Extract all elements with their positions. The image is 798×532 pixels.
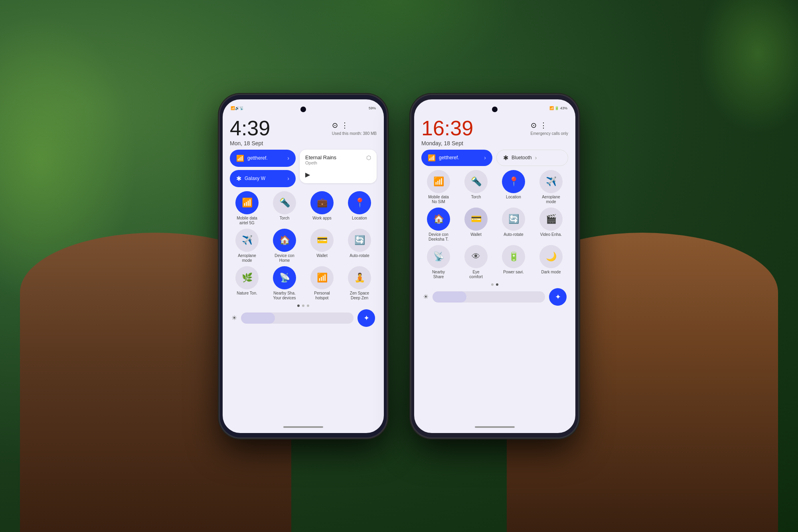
- bt-icon-right: ✱: [503, 154, 508, 162]
- brightness-row-left: ☀ ✦: [230, 309, 377, 327]
- tile-video-right[interactable]: 🎬 Video Enha.: [534, 208, 568, 242]
- tile-aeroplane-right[interactable]: ✈️ Aeroplanemode: [534, 170, 568, 204]
- wifi-icon-right: 📶: [428, 154, 436, 162]
- tile-location-right[interactable]: 📍 Location: [496, 170, 531, 204]
- wifi-arrow-right: ›: [484, 154, 486, 161]
- tile-icon-mobile-data-left: 📶: [235, 191, 259, 214]
- wifi-arrow-left: ›: [287, 155, 289, 161]
- tile-icon-torch-right: 🔦: [464, 170, 488, 193]
- tile-icon-autorotate-right: 🔄: [502, 208, 525, 231]
- tile-icon-zen-left: 🧘: [348, 266, 371, 289]
- wifi-media-row-left: 📶 gettheref. › ✱ Galaxy W ›: [230, 150, 377, 187]
- tile-aeroplane-left[interactable]: ✈️ Aeroplanemode: [230, 229, 264, 263]
- wifi-label-right: gettheref.: [439, 155, 481, 160]
- bt-button-left[interactable]: ✱ Galaxy W ›: [230, 170, 296, 187]
- bt-arrow-right: ›: [535, 154, 537, 161]
- tile-label-aeroplane-right: Aeroplanemode: [542, 195, 560, 204]
- settings-icon-left[interactable]: ⊙: [332, 121, 338, 130]
- tile-label-eye-right: Eyecomfort: [469, 270, 482, 279]
- cast-icon-left: ⬡: [366, 154, 371, 161]
- tile-mobile-data-right[interactable]: 📶 Mobile dataNo SIM: [421, 170, 456, 204]
- brightness-row-right: ☀ ✦: [421, 288, 568, 306]
- dot-1-right: [491, 283, 494, 286]
- tile-nature-left[interactable]: 🌿 Nature Ton.: [230, 266, 264, 301]
- home-bar-left: [223, 421, 384, 433]
- tile-label-nature-left: Nature Ton.: [237, 291, 257, 296]
- bt-label-left: Galaxy W: [245, 176, 284, 181]
- tiles-grid-right: 📶 Mobile dataNo SIM 🔦 Torch 📍 Location ✈…: [421, 170, 568, 279]
- tile-icon-location-right: 📍: [502, 170, 525, 193]
- tile-icon-hotspot-left: 📶: [310, 266, 334, 289]
- tile-location-left[interactable]: 📍 Location: [342, 191, 377, 225]
- time-date-left: 4:39 Mon, 18 Sept: [230, 118, 270, 146]
- menu-icon-right[interactable]: ⋮: [540, 121, 547, 130]
- tile-label-video-right: Video Enha.: [540, 232, 562, 237]
- brightness-max-icon-left: ✦: [363, 314, 369, 322]
- brightness-max-btn-right[interactable]: ✦: [549, 288, 567, 306]
- camera-hole-left: [300, 107, 306, 112]
- wifi-bt-col-left: 📶 gettheref. › ✱ Galaxy W ›: [230, 150, 296, 187]
- tile-eye-right[interactable]: 👁 Eyecomfort: [459, 245, 493, 279]
- phones-container: 📶🔊📡 59% 4:39 Mon, 18 Sept ⊙ ⋮: [0, 0, 798, 532]
- tile-nearby-left[interactable]: 📡 Nearby Sha.Your devices: [267, 266, 302, 301]
- data-usage-left: Used this month: 380 MB: [332, 131, 377, 136]
- brightness-max-btn-left[interactable]: ✦: [358, 309, 375, 327]
- panel-left-content: 4:39 Mon, 18 Sept ⊙ ⋮ Used this month: 3…: [223, 114, 384, 421]
- wifi-label-left: gettheref.: [247, 155, 284, 161]
- tile-label-autorotate-left: Auto-rotate: [350, 253, 369, 258]
- play-button-left[interactable]: ▶: [305, 171, 310, 178]
- tile-wallet-left[interactable]: 💳 Wallet: [305, 229, 339, 263]
- tile-wallet-right[interactable]: 💳 Wallet: [459, 208, 493, 242]
- tile-power-right[interactable]: 🔋 Power savi.: [496, 245, 531, 279]
- tile-zen-left[interactable]: 🧘 Zen SpaceDeep Zen: [342, 266, 377, 301]
- tile-icon-nearby-right: 📡: [427, 245, 450, 268]
- tile-icon-workapps-left: 💼: [310, 191, 334, 214]
- tile-label-autorotate-right: Auto-rotate: [504, 232, 523, 237]
- tile-label-wallet-left: Wallet: [316, 253, 327, 258]
- brightness-track-left[interactable]: [241, 312, 354, 324]
- tile-dark-right[interactable]: 🌙 Dark mode: [534, 245, 568, 279]
- brightness-track-right[interactable]: [433, 291, 545, 303]
- tile-icon-autorotate-left: 🔄: [348, 229, 371, 252]
- time-date-right: 16:39 Monday, 18 Sept: [421, 118, 473, 146]
- tile-workapps-left[interactable]: 💼 Work apps: [305, 191, 339, 225]
- tile-device-left[interactable]: 🏠 Device conHome: [267, 229, 302, 263]
- bt-button-right[interactable]: ✱ Bluetooth ›: [496, 150, 568, 166]
- tile-label-workapps-left: Work apps: [312, 216, 332, 221]
- bt-label-right: Bluetooth: [512, 155, 532, 160]
- menu-icon-left[interactable]: ⋮: [341, 121, 348, 130]
- time-right-controls-right: ⊙ ⋮ Emergency calls only: [531, 118, 568, 136]
- emergency-text-right: Emergency calls only: [531, 131, 568, 136]
- tile-autorotate-right[interactable]: 🔄 Auto-rotate: [496, 208, 531, 242]
- brightness-max-icon-right: ✦: [555, 293, 561, 301]
- camera-hole-right: [492, 107, 498, 112]
- bt-arrow-left: ›: [287, 175, 289, 182]
- wifi-icon-left: 📶: [236, 154, 244, 162]
- wifi-button-left[interactable]: 📶 gettheref. ›: [230, 150, 296, 167]
- tile-icon-device-left: 🏠: [273, 229, 296, 252]
- phone-right-screen: 📶 🔋 43% 16:39 Monday, 18 Sept ⊙ ⋮: [414, 99, 575, 433]
- status-bar-right-info: 59%: [369, 106, 376, 110]
- tile-autorotate-left[interactable]: 🔄 Auto-rotate: [342, 229, 377, 263]
- tile-label-torch-left: Torch: [280, 216, 289, 221]
- time-right-controls-left: ⊙ ⋮ Used this month: 380 MB: [332, 118, 377, 136]
- home-bar-right: [414, 421, 575, 433]
- tile-label-nearby-right: NearbyShare: [432, 270, 445, 279]
- tile-nearby-right[interactable]: 📡 NearbyShare: [421, 245, 456, 279]
- wifi-bt-row-right: 📶 gettheref. › ✱ Bluetooth ›: [421, 150, 568, 166]
- tile-hotspot-left[interactable]: 📶 Personalhotspot: [305, 266, 339, 301]
- tile-label-dark-right: Dark mode: [541, 270, 561, 275]
- tile-label-hotspot-left: Personalhotspot: [314, 291, 330, 301]
- tile-mobile-data-left[interactable]: 📶 Mobile dataairtel 5G: [230, 191, 264, 225]
- tile-device-right[interactable]: 🏠 Device conDeeksha T.: [421, 208, 456, 242]
- tile-torch-right[interactable]: 🔦 Torch: [459, 170, 493, 204]
- tile-icon-torch-left: 🔦: [273, 191, 296, 214]
- settings-icon-right[interactable]: ⊙: [531, 121, 537, 130]
- media-artist-left: Opeth: [305, 160, 336, 165]
- wifi-button-right[interactable]: 📶 gettheref. ›: [421, 150, 492, 166]
- dot-2-right: [496, 283, 498, 286]
- tile-label-wallet-right: Wallet: [470, 232, 481, 237]
- tile-torch-left[interactable]: 🔦 Torch: [267, 191, 302, 225]
- media-header: Eternal Rains Opeth ⬡: [305, 154, 371, 165]
- time-left: 4:39: [230, 118, 270, 138]
